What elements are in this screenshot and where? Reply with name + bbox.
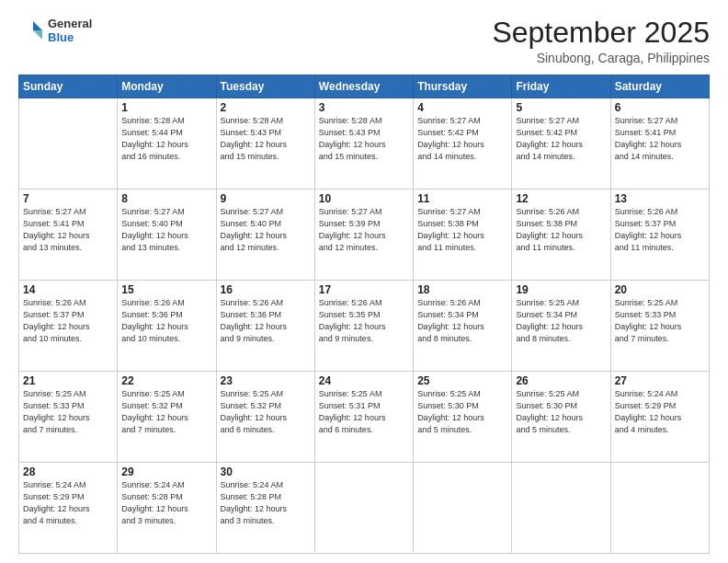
- day-number: 13: [615, 192, 705, 205]
- day-sun-info: Sunrise: 5:25 AMSunset: 5:32 PMDaylight:…: [121, 388, 211, 436]
- day-sun-info: Sunrise: 5:26 AMSunset: 5:37 PMDaylight:…: [23, 297, 113, 345]
- day-number: 6: [615, 101, 705, 114]
- day-number: 15: [121, 283, 211, 296]
- day-sun-info: Sunrise: 5:27 AMSunset: 5:41 PMDaylight:…: [23, 206, 113, 254]
- day-sun-info: Sunrise: 5:26 AMSunset: 5:35 PMDaylight:…: [319, 297, 409, 345]
- day-sun-info: Sunrise: 5:25 AMSunset: 5:32 PMDaylight:…: [221, 388, 311, 436]
- calendar-cell: 18Sunrise: 5:26 AMSunset: 5:34 PMDayligh…: [414, 281, 512, 372]
- svg-marker-0: [33, 21, 42, 30]
- logo-blue: Blue: [48, 30, 92, 44]
- day-sun-info: Sunrise: 5:28 AMSunset: 5:43 PMDaylight:…: [319, 115, 409, 163]
- logo-general: General: [48, 17, 92, 30]
- calendar-cell: 20Sunrise: 5:25 AMSunset: 5:33 PMDayligh…: [610, 281, 709, 372]
- calendar-week-row: 28Sunrise: 5:24 AMSunset: 5:29 PMDayligh…: [19, 463, 710, 554]
- logo-icon: [18, 17, 44, 43]
- calendar-cell: 14Sunrise: 5:26 AMSunset: 5:37 PMDayligh…: [19, 281, 118, 372]
- calendar-cell: 23Sunrise: 5:25 AMSunset: 5:32 PMDayligh…: [216, 372, 314, 463]
- calendar-cell: 13Sunrise: 5:26 AMSunset: 5:37 PMDayligh…: [610, 190, 709, 281]
- day-number: 27: [615, 374, 705, 387]
- day-number: 4: [417, 101, 507, 114]
- day-number: 26: [516, 374, 606, 387]
- day-sun-info: Sunrise: 5:24 AMSunset: 5:29 PMDaylight:…: [615, 388, 705, 436]
- calendar-header-row: SundayMondayTuesdayWednesdayThursdayFrid…: [19, 75, 710, 98]
- day-number: 23: [221, 374, 311, 387]
- title-block: September 2025 Sinubong, Caraga, Philipp…: [492, 17, 710, 65]
- day-sun-info: Sunrise: 5:25 AMSunset: 5:30 PMDaylight:…: [516, 388, 606, 436]
- day-sun-info: Sunrise: 5:24 AMSunset: 5:28 PMDaylight:…: [221, 479, 311, 527]
- calendar-cell: 6Sunrise: 5:27 AMSunset: 5:41 PMDaylight…: [610, 98, 709, 190]
- calendar-day-header: Saturday: [610, 75, 709, 98]
- svg-marker-1: [33, 30, 42, 40]
- calendar-cell: 22Sunrise: 5:25 AMSunset: 5:32 PMDayligh…: [118, 372, 216, 463]
- day-number: 28: [23, 465, 113, 478]
- day-number: 3: [319, 101, 409, 114]
- calendar-cell: 12Sunrise: 5:26 AMSunset: 5:38 PMDayligh…: [512, 190, 610, 281]
- calendar-table: SundayMondayTuesdayWednesdayThursdayFrid…: [18, 75, 710, 554]
- day-sun-info: Sunrise: 5:27 AMSunset: 5:42 PMDaylight:…: [516, 115, 606, 163]
- calendar-cell: 11Sunrise: 5:27 AMSunset: 5:38 PMDayligh…: [414, 190, 512, 281]
- calendar-cell: 28Sunrise: 5:24 AMSunset: 5:29 PMDayligh…: [19, 463, 118, 554]
- day-number: 5: [516, 101, 606, 114]
- calendar-cell: 26Sunrise: 5:25 AMSunset: 5:30 PMDayligh…: [512, 372, 610, 463]
- day-number: 7: [23, 192, 113, 205]
- calendar-cell: 25Sunrise: 5:25 AMSunset: 5:30 PMDayligh…: [414, 372, 512, 463]
- day-sun-info: Sunrise: 5:25 AMSunset: 5:34 PMDaylight:…: [516, 297, 606, 345]
- calendar-cell: 9Sunrise: 5:27 AMSunset: 5:40 PMDaylight…: [216, 190, 314, 281]
- day-sun-info: Sunrise: 5:26 AMSunset: 5:36 PMDaylight:…: [121, 297, 211, 345]
- calendar-cell: 2Sunrise: 5:28 AMSunset: 5:43 PMDaylight…: [216, 98, 314, 190]
- day-sun-info: Sunrise: 5:27 AMSunset: 5:41 PMDaylight:…: [615, 115, 705, 163]
- calendar-cell: 3Sunrise: 5:28 AMSunset: 5:43 PMDaylight…: [314, 98, 413, 190]
- day-number: 21: [23, 374, 113, 387]
- day-sun-info: Sunrise: 5:26 AMSunset: 5:34 PMDaylight:…: [417, 297, 507, 345]
- calendar-cell: 1Sunrise: 5:28 AMSunset: 5:44 PMDaylight…: [118, 98, 216, 190]
- calendar-cell: 4Sunrise: 5:27 AMSunset: 5:42 PMDaylight…: [414, 98, 512, 190]
- calendar-week-row: 1Sunrise: 5:28 AMSunset: 5:44 PMDaylight…: [19, 98, 710, 190]
- calendar-day-header: Thursday: [414, 75, 512, 98]
- day-sun-info: Sunrise: 5:26 AMSunset: 5:37 PMDaylight:…: [615, 206, 705, 254]
- calendar-day-header: Friday: [512, 75, 610, 98]
- calendar-week-row: 7Sunrise: 5:27 AMSunset: 5:41 PMDaylight…: [19, 190, 710, 281]
- calendar-cell: 16Sunrise: 5:26 AMSunset: 5:36 PMDayligh…: [216, 281, 314, 372]
- day-number: 25: [417, 374, 507, 387]
- calendar-cell: 29Sunrise: 5:24 AMSunset: 5:28 PMDayligh…: [118, 463, 216, 554]
- calendar-cell: 21Sunrise: 5:25 AMSunset: 5:33 PMDayligh…: [19, 372, 118, 463]
- calendar-cell: [610, 463, 709, 554]
- calendar-cell: 15Sunrise: 5:26 AMSunset: 5:36 PMDayligh…: [118, 281, 216, 372]
- calendar-cell: [19, 98, 118, 190]
- day-number: 29: [121, 465, 211, 478]
- calendar-week-row: 21Sunrise: 5:25 AMSunset: 5:33 PMDayligh…: [19, 372, 710, 463]
- calendar-cell: 10Sunrise: 5:27 AMSunset: 5:39 PMDayligh…: [314, 190, 413, 281]
- day-sun-info: Sunrise: 5:27 AMSunset: 5:39 PMDaylight:…: [319, 206, 409, 254]
- day-sun-info: Sunrise: 5:25 AMSunset: 5:33 PMDaylight:…: [615, 297, 705, 345]
- day-number: 16: [221, 283, 311, 296]
- calendar-cell: [314, 463, 413, 554]
- day-sun-info: Sunrise: 5:24 AMSunset: 5:28 PMDaylight:…: [121, 479, 211, 527]
- day-number: 20: [615, 283, 705, 296]
- calendar-day-header: Monday: [118, 75, 216, 98]
- calendar-day-header: Tuesday: [216, 75, 314, 98]
- day-sun-info: Sunrise: 5:25 AMSunset: 5:31 PMDaylight:…: [319, 388, 409, 436]
- calendar-cell: [414, 463, 512, 554]
- month-title: September 2025: [492, 17, 710, 49]
- day-number: 18: [417, 283, 507, 296]
- day-number: 11: [417, 192, 507, 205]
- day-number: 1: [121, 101, 211, 114]
- day-number: 8: [121, 192, 211, 205]
- logo: General Blue: [18, 17, 92, 44]
- calendar-week-row: 14Sunrise: 5:26 AMSunset: 5:37 PMDayligh…: [19, 281, 710, 372]
- calendar-day-header: Sunday: [19, 75, 118, 98]
- day-sun-info: Sunrise: 5:28 AMSunset: 5:44 PMDaylight:…: [121, 115, 211, 163]
- location: Sinubong, Caraga, Philippines: [492, 51, 710, 65]
- calendar-day-header: Wednesday: [314, 75, 413, 98]
- calendar-cell: 8Sunrise: 5:27 AMSunset: 5:40 PMDaylight…: [118, 190, 216, 281]
- day-number: 14: [23, 283, 113, 296]
- calendar-cell: 5Sunrise: 5:27 AMSunset: 5:42 PMDaylight…: [512, 98, 610, 190]
- calendar-cell: 27Sunrise: 5:24 AMSunset: 5:29 PMDayligh…: [610, 372, 709, 463]
- page-header: General Blue September 2025 Sinubong, Ca…: [18, 17, 710, 65]
- day-number: 2: [221, 101, 311, 114]
- day-number: 19: [516, 283, 606, 296]
- day-sun-info: Sunrise: 5:25 AMSunset: 5:33 PMDaylight:…: [23, 388, 113, 436]
- calendar-cell: 30Sunrise: 5:24 AMSunset: 5:28 PMDayligh…: [216, 463, 314, 554]
- day-sun-info: Sunrise: 5:26 AMSunset: 5:36 PMDaylight:…: [221, 297, 311, 345]
- day-sun-info: Sunrise: 5:27 AMSunset: 5:40 PMDaylight:…: [221, 206, 311, 254]
